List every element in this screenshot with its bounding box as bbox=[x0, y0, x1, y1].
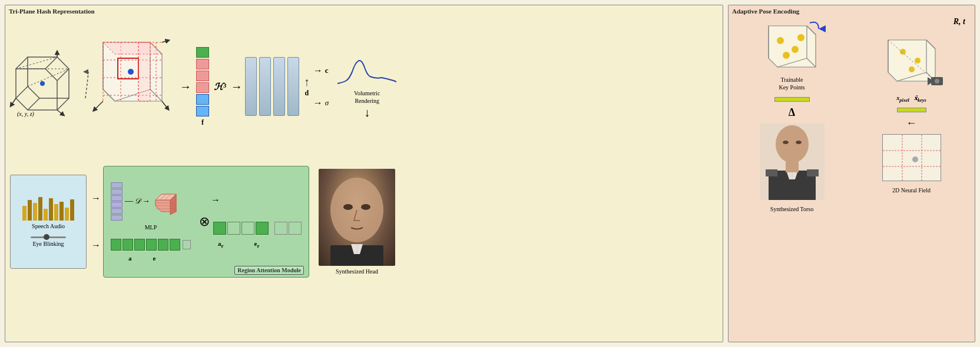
er-label: er bbox=[254, 240, 260, 249]
synthesized-head bbox=[319, 169, 395, 266]
svg-line-5 bbox=[57, 98, 69, 110]
svg-line-34 bbox=[94, 101, 103, 110]
xyz-label: (x, y, z) bbox=[17, 111, 34, 117]
left-panel-title: Tri-Plane Hash Representation bbox=[9, 8, 95, 15]
svg-point-46 bbox=[343, 204, 353, 210]
trainable-key-points: TrainableKey Points bbox=[760, 17, 825, 91]
svg-point-11 bbox=[40, 81, 45, 86]
speech-label: Speech Audio bbox=[32, 223, 65, 229]
mlp-label: MLP bbox=[111, 224, 191, 231]
synthesized-torso bbox=[760, 124, 825, 200]
svg-point-88 bbox=[912, 156, 918, 162]
svg-line-36 bbox=[162, 41, 168, 42]
svg-line-7 bbox=[16, 86, 28, 98]
e-label: e bbox=[153, 255, 156, 262]
pixel-keys-labels: xpixel x̄keys bbox=[896, 95, 926, 103]
svg-marker-51 bbox=[769, 26, 816, 67]
svg-line-13 bbox=[57, 110, 63, 115]
neural-field-grid bbox=[882, 134, 941, 181]
triplane-visualization bbox=[91, 39, 174, 134]
right-panel-title: Adaptive Pose Encoding bbox=[732, 8, 799, 15]
svg-point-47 bbox=[361, 204, 370, 210]
a-label: a bbox=[128, 255, 132, 262]
synth-torso-label: Synthesized Torso bbox=[770, 206, 813, 212]
svg-marker-1 bbox=[16, 69, 57, 110]
nn-columns: ↑ d bbox=[245, 57, 310, 116]
svg-rect-70 bbox=[807, 169, 819, 176]
left-arrow: ← bbox=[906, 117, 917, 129]
svg-point-57 bbox=[777, 37, 784, 44]
svg-line-2 bbox=[16, 57, 28, 69]
svg-line-6 bbox=[28, 98, 39, 110]
region-attention-label: Region Attention Module bbox=[234, 266, 304, 275]
x-pixel-label: xpixel bbox=[896, 95, 909, 103]
input-conditions-box: Speech Audio Eye Blinking bbox=[10, 175, 87, 269]
svg-point-58 bbox=[792, 46, 799, 53]
svg-point-33 bbox=[128, 69, 134, 75]
svg-point-63 bbox=[783, 141, 789, 144]
vol-render-label: VolumetricRendering bbox=[354, 89, 380, 105]
svg-point-64 bbox=[796, 141, 802, 144]
synth-head-label: Synthesized Head bbox=[336, 268, 378, 275]
svg-line-35 bbox=[162, 101, 168, 109]
arrow-to-feature: → bbox=[180, 80, 191, 94]
svg-point-77 bbox=[900, 49, 906, 55]
svg-marker-32 bbox=[138, 42, 150, 101]
down-arrow: ↓ bbox=[364, 106, 370, 119]
svg-line-12 bbox=[11, 98, 16, 105]
svg-rect-69 bbox=[766, 169, 777, 176]
feature-stack: f bbox=[196, 46, 209, 127]
d-label: d bbox=[304, 89, 309, 98]
neural-field-label: 2D Neural Field bbox=[892, 187, 931, 193]
h3-label: ℋ³ bbox=[214, 81, 226, 92]
sigma-label: σ bbox=[325, 98, 329, 108]
region-attention-module: — 𝒟 → bbox=[103, 166, 309, 278]
trainable-label: TrainableKey Points bbox=[779, 76, 804, 91]
arrow-to-nn: → bbox=[231, 80, 243, 94]
svg-point-62 bbox=[776, 125, 809, 163]
eye-label: Eye Blinking bbox=[32, 241, 64, 247]
delta-label: Δ bbox=[789, 106, 795, 119]
cube-3d: (x, y, z) bbox=[10, 51, 75, 122]
volumetric-rendering: VolumetricRendering ↓ bbox=[335, 54, 399, 119]
svg-point-79 bbox=[909, 66, 915, 72]
transformed-cube bbox=[879, 31, 944, 90]
svg-point-78 bbox=[915, 58, 921, 64]
svg-point-82 bbox=[935, 79, 939, 84]
svg-point-59 bbox=[797, 34, 804, 41]
x-keys-label: x̄keys bbox=[914, 95, 926, 103]
svg-point-60 bbox=[783, 52, 790, 59]
svg-line-4 bbox=[57, 69, 69, 81]
c-label: c bbox=[325, 66, 329, 75]
f-label: f bbox=[201, 118, 204, 127]
svg-rect-68 bbox=[786, 161, 799, 172]
ar-label: ar bbox=[218, 240, 224, 249]
rt-label: R, t bbox=[953, 17, 965, 26]
output-labels: → c → σ bbox=[313, 54, 329, 119]
left-panel: Tri-Plane Hash Representation bbox=[5, 5, 723, 342]
right-panel: Adaptive Pose Encoding bbox=[728, 5, 975, 342]
